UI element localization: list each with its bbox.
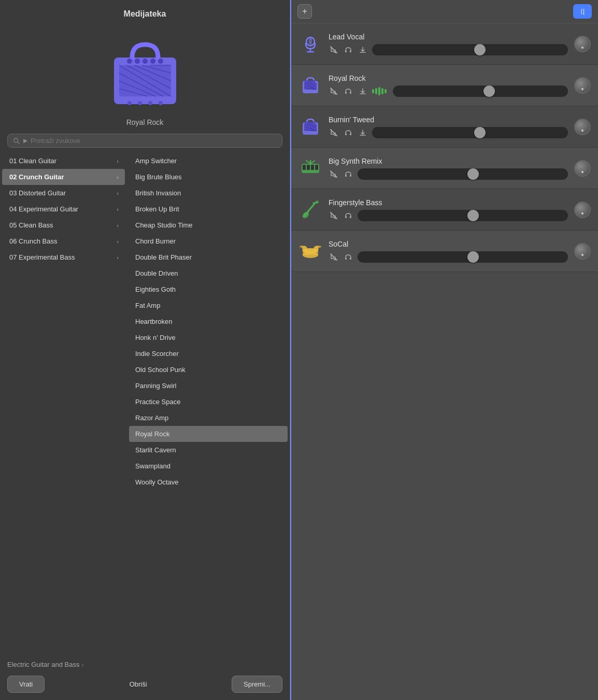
volume-slider-big-synth[interactable]: [358, 168, 568, 180]
preset-item-old-school[interactable]: Old School Punk: [129, 362, 288, 378]
svg-point-51: [313, 122, 315, 124]
track-name-royal-rock: Royal Rock: [329, 74, 568, 82]
svg-point-73: [302, 210, 310, 219]
save-button[interactable]: Spremi...: [232, 676, 282, 693]
svg-point-85: [315, 246, 321, 248]
level-indicator-royal-rock: [372, 87, 387, 95]
add-track-button[interactable]: +: [297, 4, 312, 19]
preset-item-british[interactable]: British Invasion: [129, 185, 288, 201]
svg-rect-88: [350, 258, 351, 260]
mute-button-socal[interactable]: [329, 252, 339, 262]
delete-button[interactable]: Obriši: [45, 676, 232, 693]
track-icon-fingerstyle: [298, 198, 322, 222]
preset-item-swampland[interactable]: Swampland: [129, 458, 288, 474]
volume-slider-socal[interactable]: [358, 251, 568, 263]
track-name-fingerstyle: Fingerstyle Bass: [329, 198, 568, 207]
preset-item-royal-rock[interactable]: Royal Rock: [129, 426, 288, 442]
track-row-fingerstyle: Fingerstyle Bass: [291, 189, 598, 231]
pan-knob-big-synth[interactable]: [574, 160, 591, 177]
svg-point-84: [300, 246, 306, 248]
preset-item-heartbroken[interactable]: Heartbroken: [129, 313, 288, 330]
svg-point-10: [127, 59, 132, 64]
preset-item-amp-switcher[interactable]: Amp Switcher: [129, 153, 288, 169]
track-list: Lead Vocal Royal Rock: [291, 23, 598, 700]
category-item-07[interactable]: 07 Experimental Bass›: [2, 249, 125, 265]
track-row-big-synth: Big Synth Remix: [291, 148, 598, 189]
preset-item-cheap[interactable]: Cheap Studio Time: [129, 217, 288, 233]
volume-slider-fingerstyle[interactable]: [358, 210, 568, 221]
svg-rect-65: [315, 165, 318, 170]
svg-rect-62: [303, 165, 306, 170]
preset-item-panning[interactable]: Panning Swirl: [129, 378, 288, 394]
track-name-big-synth: Big Synth Remix: [329, 157, 568, 165]
preset-item-woolly[interactable]: Woolly Octave: [129, 474, 288, 490]
solo-button-burnin-tweed[interactable]: [343, 127, 353, 138]
preset-item-broken[interactable]: Broken Up Brit: [129, 201, 288, 217]
mute-button-lead-vocal[interactable]: [329, 45, 339, 55]
svg-point-33: [309, 80, 311, 82]
svg-rect-42: [345, 92, 347, 94]
preset-item-double-driven[interactable]: Double Driven: [129, 265, 288, 281]
preset-item-chord[interactable]: Chord Burner: [129, 233, 288, 249]
category-item-04[interactable]: 04 Experimental Guitar›: [2, 201, 125, 217]
mute-button-big-synth[interactable]: [329, 169, 339, 179]
svg-rect-78: [350, 216, 351, 218]
volume-slider-lead-vocal[interactable]: [372, 44, 568, 55]
category-item-03[interactable]: 03 Distorted Guitar›: [2, 185, 125, 201]
preset-item-double-brit[interactable]: Double Brit Phaser: [129, 249, 288, 265]
category-item-02[interactable]: 02 Crunch Guitar›: [2, 169, 125, 185]
solo-button-lead-vocal[interactable]: [343, 45, 353, 55]
svg-point-15: [127, 101, 132, 105]
solo-button-socal[interactable]: [343, 252, 353, 262]
category-item-01[interactable]: 01 Clean Guitar›: [2, 153, 125, 169]
svg-rect-43: [350, 92, 351, 94]
track-icon-socal: [298, 239, 322, 263]
svg-point-75: [316, 201, 319, 204]
search-bar[interactable]: ▶: [7, 134, 282, 148]
solo-button-royal-rock[interactable]: [343, 86, 353, 96]
pan-knob-burnin-tweed[interactable]: [574, 119, 591, 135]
pan-knob-lead-vocal[interactable]: [574, 36, 591, 52]
track-icon-burnin-tweed: [298, 115, 322, 139]
amp-icon: [104, 29, 187, 112]
volume-slider-burnin-tweed[interactable]: [372, 127, 568, 138]
pan-knob-royal-rock[interactable]: [574, 77, 591, 94]
svg-rect-27: [350, 50, 351, 52]
mute-button-royal-rock[interactable]: [329, 86, 339, 96]
panel-title: Medijateka: [0, 0, 290, 24]
breadcrumb-chevron-icon: ›: [81, 662, 83, 668]
preset-item-razor[interactable]: Razor Amp: [129, 410, 288, 426]
preset-item-eighties[interactable]: Eighties Goth: [129, 281, 288, 297]
preset-item-indie[interactable]: Indie Scorcher: [129, 346, 288, 362]
back-button[interactable]: Vrati: [7, 676, 45, 693]
category-item-06[interactable]: 06 Crunch Bass›: [2, 233, 125, 249]
track-icon-big-synth: [298, 156, 322, 180]
preset-item-fat[interactable]: Fat Amp: [129, 297, 288, 313]
search-collapse-icon: ▶: [23, 137, 27, 144]
volume-slider-royal-rock[interactable]: [393, 85, 568, 97]
pan-knob-fingerstyle[interactable]: [574, 202, 591, 218]
svg-point-12: [143, 59, 148, 64]
pan-knob-socal[interactable]: [574, 243, 591, 260]
preset-item-big-brute[interactable]: Big Brute Blues: [129, 169, 288, 185]
solo-button-fingerstyle[interactable]: [343, 210, 353, 221]
preset-item-honk[interactable]: Honk n' Drive: [129, 330, 288, 346]
solo-button-big-synth[interactable]: [343, 169, 353, 179]
search-input[interactable]: [31, 137, 277, 145]
preset-item-starlit[interactable]: Starlit Cavern: [129, 442, 288, 458]
svg-rect-26: [345, 50, 347, 52]
svg-point-31: [305, 80, 307, 82]
svg-point-50: [311, 122, 313, 124]
download-button-burnin-tweed[interactable]: [358, 127, 368, 138]
track-icon-royal-rock: [298, 74, 322, 97]
right-toolbar: + ⟨|: [291, 0, 598, 23]
mute-button-burnin-tweed[interactable]: [329, 127, 339, 138]
download-button-royal-rock[interactable]: [358, 86, 368, 96]
smart-controls-button[interactable]: ⟨|: [573, 4, 592, 19]
download-button-lead-vocal[interactable]: [358, 45, 368, 55]
svg-rect-24: [309, 37, 312, 45]
preset-item-practice[interactable]: Practice Space: [129, 394, 288, 410]
svg-rect-71: [350, 175, 351, 177]
mute-button-fingerstyle[interactable]: [329, 210, 339, 221]
category-item-05[interactable]: 05 Clean Bass›: [2, 217, 125, 233]
